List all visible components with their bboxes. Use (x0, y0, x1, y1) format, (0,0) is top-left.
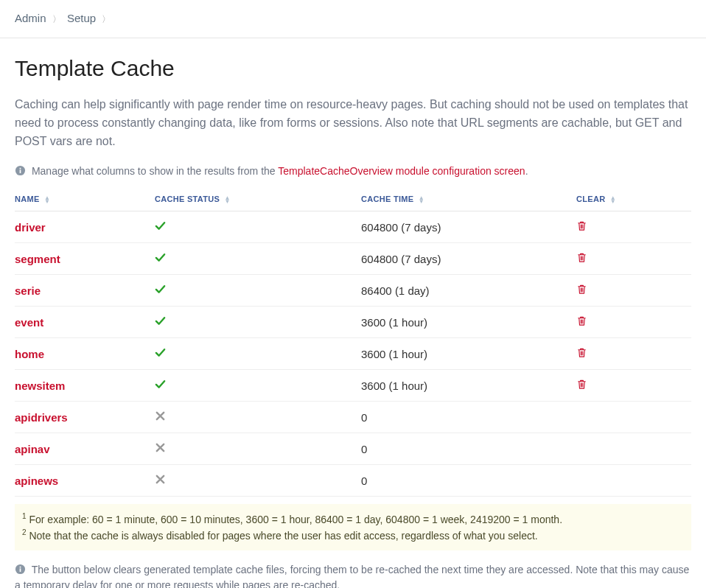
columns-info: Manage what columns to show in the resul… (15, 165, 691, 177)
template-name-link[interactable]: event (15, 316, 43, 329)
breadcrumb-admin[interactable]: Admin (15, 12, 46, 24)
template-name-link[interactable]: apinav (15, 443, 50, 455)
sort-icon: ▲▼ (610, 196, 616, 203)
table-row: home3600 (1 hour) (15, 338, 691, 370)
template-name-link[interactable]: serie (15, 284, 41, 297)
trash-icon[interactable] (576, 220, 587, 231)
info-circle-icon (15, 564, 26, 575)
cache-time-value: 86400 (1 day) (361, 275, 576, 307)
cache-time-value: 604800 (7 days) (361, 211, 576, 243)
x-icon (155, 474, 166, 485)
sort-icon: ▲▼ (44, 196, 50, 203)
cache-time-value: 3600 (1 hour) (361, 338, 576, 370)
clear-cache-note: The button below clears generated templa… (15, 562, 691, 588)
template-name-link[interactable]: apinews (15, 475, 58, 487)
check-icon (155, 315, 166, 326)
x-icon (155, 410, 166, 421)
chevron-right-icon: 〉 (52, 14, 61, 24)
table-row: serie86400 (1 day) (15, 275, 691, 307)
col-header-clear-label: CLEAR (576, 195, 605, 203)
col-header-name-label: NAME (15, 195, 40, 203)
footnote-2: Note that the cache is always disabled f… (29, 529, 537, 541)
clear-note-text: The button below clears generated templa… (15, 564, 689, 588)
columns-info-prefix: Manage what columns to show in the resul… (32, 165, 278, 177)
cache-time-value: 604800 (7 days) (361, 243, 576, 275)
template-name-link[interactable]: driver (15, 221, 46, 234)
table-row: driver604800 (7 days) (15, 211, 691, 243)
col-header-clear[interactable]: CLEAR ▲▼ (576, 187, 691, 211)
cache-table: NAME ▲▼ CACHE STATUS ▲▼ CACHE TIME ▲▼ CL… (15, 187, 691, 497)
trash-icon[interactable] (576, 347, 587, 358)
check-icon (155, 252, 166, 263)
intro-text: Caching can help significantly with page… (15, 96, 691, 150)
footnotes: 1 For example: 60 = 1 minute, 600 = 10 m… (15, 504, 691, 550)
columns-info-suffix: . (525, 165, 528, 177)
breadcrumb-setup[interactable]: Setup (67, 12, 96, 24)
col-header-status[interactable]: CACHE STATUS ▲▼ (155, 187, 361, 211)
breadcrumb: Admin 〉 Setup 〉 (0, 0, 706, 38)
trash-icon[interactable] (576, 315, 587, 326)
col-header-time[interactable]: CACHE TIME ▲▼ (361, 187, 576, 211)
cache-time-value: 3600 (1 hour) (361, 370, 576, 402)
cache-time-value: 0 (361, 433, 576, 465)
template-name-link[interactable]: home (15, 348, 44, 360)
chevron-right-icon: 〉 (102, 14, 111, 24)
cache-time-value: 0 (361, 465, 576, 497)
col-header-name[interactable]: NAME ▲▼ (15, 187, 155, 211)
cache-time-value: 0 (361, 402, 576, 433)
trash-icon[interactable] (576, 252, 587, 263)
sort-icon: ▲▼ (225, 196, 231, 203)
table-row: apidrivers0 (15, 402, 691, 433)
table-row: segment604800 (7 days) (15, 243, 691, 275)
check-icon (155, 220, 166, 231)
col-header-time-label: CACHE TIME (361, 195, 413, 203)
check-icon (155, 284, 166, 295)
sort-icon: ▲▼ (419, 196, 424, 203)
template-name-link[interactable]: apidrivers (15, 411, 68, 424)
columns-config-link[interactable]: TemplateCacheOverview module configurati… (278, 165, 525, 177)
cache-time-value: 3600 (1 hour) (361, 307, 576, 338)
page-title: Template Cache (15, 56, 691, 81)
table-row: newsitem3600 (1 hour) (15, 370, 691, 402)
info-circle-icon (15, 165, 26, 176)
template-name-link[interactable]: newsitem (15, 379, 65, 392)
table-row: event3600 (1 hour) (15, 307, 691, 338)
table-row: apinav0 (15, 433, 691, 465)
x-icon (155, 442, 166, 453)
table-row: apinews0 (15, 465, 691, 497)
check-icon (155, 347, 166, 358)
trash-icon[interactable] (576, 379, 587, 390)
trash-icon[interactable] (576, 284, 587, 295)
col-header-status-label: CACHE STATUS (155, 195, 220, 203)
template-name-link[interactable]: segment (15, 253, 60, 265)
footnote-1: For example: 60 = 1 minute, 600 = 10 min… (29, 514, 562, 525)
check-icon (155, 379, 166, 390)
